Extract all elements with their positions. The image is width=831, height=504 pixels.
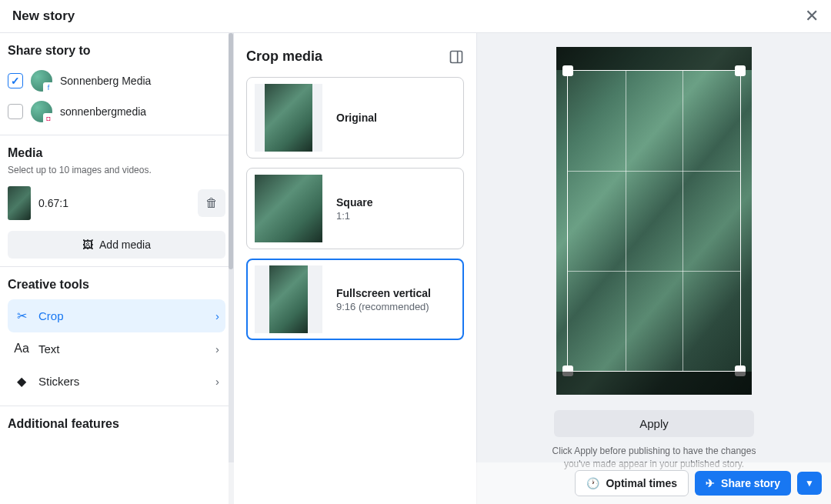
crop-option-fullscreen-vertical[interactable]: Fullscreen vertical 9:16 (recommended) xyxy=(246,259,464,340)
account-name: sonnenbergmedia xyxy=(60,105,146,118)
additional-heading: Additional features xyxy=(8,417,225,431)
optimal-times-button[interactable]: 🕐 Optimal times xyxy=(575,470,689,496)
account-checkbox[interactable] xyxy=(8,104,23,119)
apply-button[interactable]: Apply xyxy=(554,410,754,437)
tool-label: Text xyxy=(38,342,60,355)
grid-line xyxy=(568,271,740,272)
trash-icon: 🗑 xyxy=(205,196,218,210)
crop-thumbnail xyxy=(269,265,308,333)
modal-header: New story ✕ xyxy=(0,0,831,33)
main-layout: Share story to ✓ f Sonnenberg Media ◘ so… xyxy=(0,33,831,504)
avatar: ◘ xyxy=(31,101,52,122)
crop-handle-tl[interactable] xyxy=(562,65,573,76)
crop-thumb-wrap xyxy=(255,265,322,333)
caret-down-icon: ▼ xyxy=(805,478,814,489)
crop-option-original[interactable]: Original xyxy=(246,77,464,159)
crop-heading: Crop media xyxy=(246,48,322,65)
text-icon: Aa xyxy=(14,342,29,355)
facebook-badge-icon: f xyxy=(43,82,54,93)
crop-panel-header: Crop media xyxy=(246,48,464,65)
sticker-icon: ◆ xyxy=(14,374,29,389)
image-icon: 🖼 xyxy=(82,239,93,251)
story-preview[interactable] xyxy=(556,47,752,395)
account-name: Sonnenberg Media xyxy=(60,75,151,87)
media-subtext: Select up to 10 images and videos. xyxy=(8,165,225,175)
media-section: Media Select up to 10 images and videos.… xyxy=(0,135,233,267)
crop-option-square[interactable]: Square 1:1 xyxy=(246,168,464,249)
left-sidebar: Share story to ✓ f Sonnenberg Media ◘ so… xyxy=(0,33,234,504)
crop-icon: ✂ xyxy=(14,309,29,323)
tool-label: Crop xyxy=(38,309,64,322)
media-ratio: 0.67:1 xyxy=(38,197,190,209)
clock-icon: 🕐 xyxy=(586,477,599,489)
crop-handle-bl[interactable] xyxy=(562,365,573,376)
share-dropdown-button[interactable]: ▼ xyxy=(797,472,822,495)
account-row-facebook[interactable]: ✓ f Sonnenberg Media xyxy=(8,65,225,96)
footer-actions: 🕐 Optimal times ✈ Share story ▼ xyxy=(0,462,831,504)
chevron-right-icon: › xyxy=(215,375,219,388)
media-heading: Media xyxy=(8,146,225,160)
account-row-instagram[interactable]: ◘ sonnenbergmedia xyxy=(8,96,225,127)
grid-line xyxy=(568,171,740,172)
media-thumbnail[interactable] xyxy=(8,186,31,220)
crop-thumbnail xyxy=(255,175,322,242)
optimal-times-label: Optimal times xyxy=(606,477,677,489)
share-story-button[interactable]: ✈ Share story xyxy=(695,471,791,496)
delete-media-button[interactable]: 🗑 xyxy=(198,189,225,217)
crop-thumb-wrap xyxy=(255,175,322,242)
additional-section: Additional features xyxy=(0,406,233,446)
avatar: f xyxy=(31,70,52,92)
add-media-label: Add media xyxy=(99,239,151,251)
tool-stickers[interactable]: ◆ Stickers › xyxy=(8,365,225,398)
crop-thumbnail xyxy=(265,84,312,152)
page-title: New story xyxy=(12,8,75,24)
instagram-badge-icon: ◘ xyxy=(43,113,54,124)
svg-rect-0 xyxy=(451,51,462,62)
creative-tools-section: Creative tools ✂ Crop › Aa Text › ◆ Stic… xyxy=(0,267,233,406)
crop-option-sub: 1:1 xyxy=(336,210,372,222)
sidebar-scrollbar[interactable] xyxy=(229,33,233,504)
chevron-right-icon: › xyxy=(215,342,219,355)
tool-crop[interactable]: ✂ Crop › xyxy=(8,299,225,332)
crop-option-sub: 9:16 (recommended) xyxy=(336,301,431,312)
send-icon: ✈ xyxy=(706,477,715,489)
scrollbar-thumb[interactable] xyxy=(229,33,233,269)
account-checkbox[interactable]: ✓ xyxy=(8,73,23,88)
crop-overlay[interactable] xyxy=(567,70,741,372)
share-story-label: Share story xyxy=(721,477,780,489)
crop-option-label: Square xyxy=(336,196,372,209)
grid-line xyxy=(682,71,683,371)
crop-handle-br[interactable] xyxy=(735,365,746,376)
crop-handle-tr[interactable] xyxy=(735,65,746,76)
tool-label: Stickers xyxy=(38,375,79,388)
preview-area: Apply Click Apply before publishing to h… xyxy=(477,33,831,504)
share-heading: Share story to xyxy=(8,44,225,58)
expand-panel-icon[interactable] xyxy=(449,49,464,65)
chevron-right-icon: › xyxy=(215,309,219,322)
crop-option-label: Fullscreen vertical xyxy=(336,287,431,299)
grid-line xyxy=(626,71,626,371)
crop-thumb-wrap xyxy=(255,84,322,152)
crop-panel: Crop media Original Square 1:1 xyxy=(234,33,477,504)
share-section: Share story to ✓ f Sonnenberg Media ◘ so… xyxy=(0,33,233,135)
media-item-row: 0.67:1 🗑 xyxy=(8,183,225,223)
creative-heading: Creative tools xyxy=(8,278,225,292)
crop-option-label: Original xyxy=(336,112,377,124)
close-button[interactable]: ✕ xyxy=(805,8,819,25)
add-media-button[interactable]: 🖼 Add media xyxy=(8,231,225,259)
tool-text[interactable]: Aa Text › xyxy=(8,332,225,365)
